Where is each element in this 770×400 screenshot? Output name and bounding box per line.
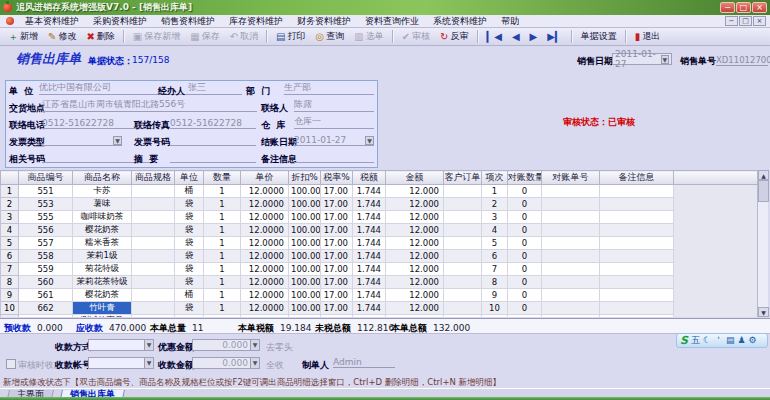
unaudit-button[interactable]: ↻反审 <box>435 28 473 45</box>
delivery-address-field[interactable]: 江苏省昆山市周市镇青阳北路556号 <box>42 100 257 112</box>
save-new-button[interactable]: ▣保存新增 <box>128 28 185 45</box>
cell[interactable]: 6 <box>482 250 508 263</box>
cell[interactable]: 0 <box>508 289 542 302</box>
chevron-down-icon[interactable]: ▼ <box>144 340 153 350</box>
receive-on-audit-checkbox[interactable] <box>6 359 16 369</box>
cell[interactable] <box>132 211 175 224</box>
cell[interactable] <box>444 198 482 211</box>
chevron-down-icon[interactable]: ▼ <box>365 136 374 145</box>
cell[interactable]: 17.00 <box>321 276 353 289</box>
cell[interactable] <box>542 289 600 302</box>
mdi-minimize-button[interactable]: − <box>725 16 738 26</box>
cell[interactable]: 咖啡味奶茶 <box>73 211 132 224</box>
cell[interactable]: 0 <box>508 185 542 198</box>
cell[interactable] <box>600 198 674 211</box>
cell[interactable]: 樱花奶茶 <box>73 289 132 302</box>
cell[interactable]: 17.00 <box>321 289 353 302</box>
cell[interactable]: 662 <box>19 302 73 315</box>
cell[interactable]: 1.744 <box>353 315 386 318</box>
cell[interactable]: 0 <box>508 211 542 224</box>
cell[interactable]: 100.00 <box>289 302 321 315</box>
remark-field[interactable] <box>294 151 374 163</box>
sogou-logo-icon[interactable]: S <box>680 334 688 347</box>
cell[interactable]: 薯味 <box>73 198 132 211</box>
chevron-down-icon[interactable]: ▼ <box>144 358 153 368</box>
cell[interactable]: 1.744 <box>353 198 386 211</box>
cell[interactable]: 100.00 <box>289 276 321 289</box>
cell[interactable]: 3 <box>482 211 508 224</box>
abstract-field[interactable] <box>170 151 256 163</box>
cell[interactable] <box>542 250 600 263</box>
cell[interactable]: 袋 <box>175 198 204 211</box>
cell[interactable]: 12.0000 <box>241 237 289 250</box>
column-header-对账单号[interactable]: 对账单号 <box>542 171 600 185</box>
cell[interactable]: 12.0000 <box>241 315 289 318</box>
cell[interactable]: 557 <box>19 237 73 250</box>
close-button[interactable]: × <box>752 2 767 13</box>
cell[interactable]: 17.00 <box>321 315 353 318</box>
cell[interactable]: 12.000 <box>386 185 444 198</box>
discount-amount-field[interactable]: 0.000 ▼ <box>192 339 260 351</box>
menu-item-帮助[interactable]: 帮助 <box>494 15 526 28</box>
cell[interactable]: 1.744 <box>353 289 386 302</box>
cell[interactable]: 8 <box>482 276 508 289</box>
cell[interactable] <box>444 276 482 289</box>
cell[interactable]: 560 <box>19 276 73 289</box>
warehouse-field[interactable]: 仓库一 <box>294 117 374 129</box>
cell[interactable]: 100.00 <box>289 250 321 263</box>
chevron-down-icon[interactable]: ▼ <box>661 55 669 64</box>
column-header-商品规格[interactable]: 商品规格 <box>132 171 175 185</box>
cell[interactable]: 100.00 <box>289 315 321 318</box>
cell[interactable] <box>600 315 674 318</box>
cell[interactable] <box>444 224 482 237</box>
audit-button[interactable]: ✔审核 <box>397 28 435 45</box>
cell[interactable] <box>600 302 674 315</box>
cell[interactable]: 100.00 <box>289 289 321 302</box>
scrollbar-thumb[interactable] <box>758 180 769 202</box>
cell[interactable] <box>542 185 600 198</box>
cell[interactable] <box>542 224 600 237</box>
cell[interactable]: 1 <box>204 224 241 237</box>
chevron-down-icon[interactable]: ▼ <box>113 136 122 145</box>
column-header-blank[interactable] <box>674 171 758 185</box>
settle-date-combo[interactable]: 2011-01-27 ▼ <box>294 134 374 146</box>
column-header-折扣%[interactable]: 折扣% <box>289 171 321 185</box>
punctuation-icon[interactable]: ＇ <box>714 334 723 347</box>
row-number-cell[interactable]: 1 <box>1 185 19 198</box>
cell[interactable]: 1 <box>204 250 241 263</box>
cell[interactable] <box>542 302 600 315</box>
cell[interactable]: 袋 <box>175 250 204 263</box>
cell[interactable]: 17.00 <box>321 302 353 315</box>
next-button[interactable]: ▶ <box>525 30 543 44</box>
column-header-对账数量[interactable]: 对账数量 <box>508 171 542 185</box>
scroll-down-icon[interactable]: ▼ <box>758 307 769 317</box>
cell[interactable] <box>132 289 175 302</box>
cell[interactable]: 12.000 <box>386 237 444 250</box>
cell[interactable] <box>600 276 674 289</box>
cell[interactable]: 17.00 <box>321 250 353 263</box>
cell[interactable]: 1 <box>204 263 241 276</box>
cell[interactable]: 561 <box>19 289 73 302</box>
cell[interactable]: 0 <box>508 276 542 289</box>
cell[interactable]: 1 <box>204 276 241 289</box>
row-number-cell[interactable]: 4 <box>1 224 19 237</box>
exit-button[interactable]: ▮退出 <box>630 28 666 45</box>
cell[interactable] <box>444 185 482 198</box>
cell[interactable]: 1.744 <box>353 302 386 315</box>
cell[interactable] <box>600 237 674 250</box>
cell[interactable]: 556 <box>19 224 73 237</box>
cell[interactable]: 0 <box>508 237 542 250</box>
cell[interactable]: 0 <box>508 302 542 315</box>
cell[interactable] <box>132 276 175 289</box>
cell[interactable]: 12.000 <box>386 198 444 211</box>
cell[interactable]: 茉莉花茶特级 <box>73 276 132 289</box>
receive-amount-field[interactable]: 0.000 ▼ <box>192 357 260 369</box>
cell[interactable]: 12.0000 <box>241 211 289 224</box>
minimize-button[interactable]: − <box>720 2 735 13</box>
cell[interactable]: 0 <box>508 263 542 276</box>
menu-item-财务资料维护[interactable]: 财务资料维护 <box>290 15 358 28</box>
cell[interactable]: 1.744 <box>353 250 386 263</box>
receive-account-combo[interactable]: ▼ <box>88 357 154 369</box>
cell[interactable] <box>444 263 482 276</box>
cell[interactable]: 12.000 <box>386 250 444 263</box>
